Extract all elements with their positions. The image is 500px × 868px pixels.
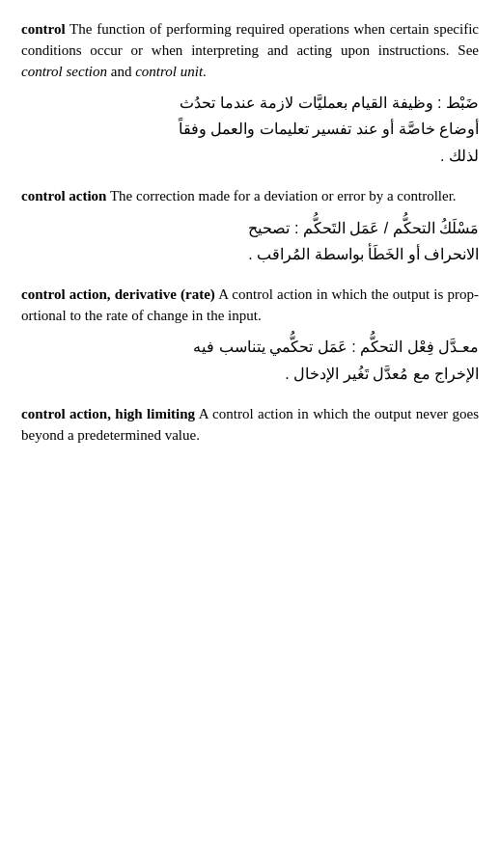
control-italic1: control sec­tion <box>21 64 107 79</box>
control-arabic: ضَبْط : وظيفة القيام بعمليَّات لازمة عند… <box>21 90 479 169</box>
control-action-english-def: control action The correction made for a… <box>21 186 479 207</box>
control-action-derivative-arabic: معـدَّل فِعْل التحكُّم : عَمَل تحكُّمي ي… <box>21 334 479 386</box>
control-english-text: The function of performing required oper… <box>21 21 479 79</box>
entry-control-action: control action The correction made for a… <box>21 186 479 267</box>
control-action-term: control action <box>21 188 106 203</box>
entry-control-action-derivative: control action, derivative (rate) A cont… <box>21 285 479 387</box>
control-action-high-limiting-term: control action, high limiting <box>21 406 195 421</box>
control-action-derivative-term: control action, derivative (rate) <box>21 286 215 302</box>
control-action-arabic: مَسْلَكُ التحكُّم / عَمَل التَحكُّم : تص… <box>21 215 479 267</box>
control-italic2: control unit <box>135 64 203 79</box>
control-action-derivative-english-def: control action, derivative (rate) A cont… <box>21 285 479 327</box>
entry-control: control The function of performing requi… <box>21 19 479 169</box>
control-action-english-text: The correction made for a deviation or e… <box>110 188 457 203</box>
control-term: control <box>21 21 66 37</box>
control-english-def: control The function of performing requi… <box>21 19 479 82</box>
control-action-high-limiting-english-def: control action, high limiting A con­trol… <box>21 404 479 447</box>
entry-control-action-high-limiting: control action, high limiting A con­trol… <box>21 404 479 447</box>
page-content: control The function of performing requi… <box>21 19 479 446</box>
